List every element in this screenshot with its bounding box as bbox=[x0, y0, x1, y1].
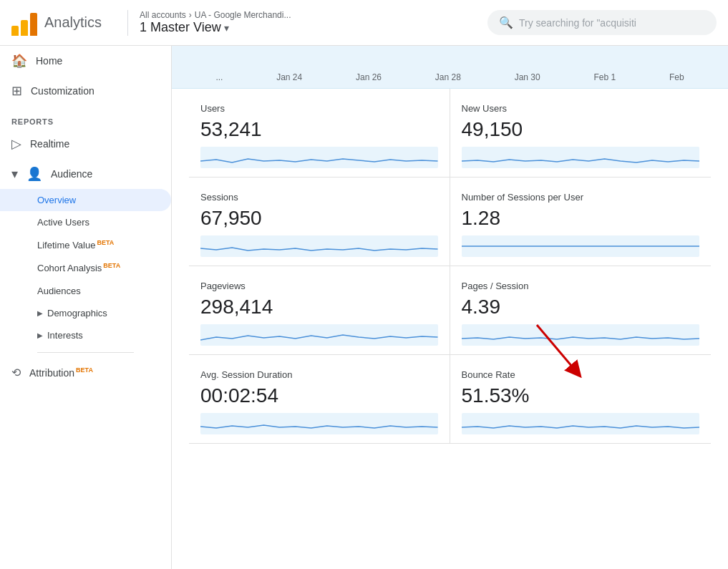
breadcrumb-all-accounts[interactable]: All accounts bbox=[140, 10, 186, 20]
chart-header: ... Jan 24 Jan 26 Jan 28 Jan 30 Feb 1 Fe… bbox=[172, 46, 728, 89]
dropdown-arrow-icon: ▾ bbox=[224, 22, 229, 34]
sidebar-item-audience[interactable]: ▾ 👤 Audience bbox=[0, 159, 171, 189]
app-header: Analytics All accounts › UA - Google Mer… bbox=[0, 0, 728, 46]
interests-expand-icon: ▶ bbox=[37, 331, 43, 339]
attribution-label: AttributionBETA bbox=[29, 366, 93, 379]
demographics-expand-icon: ▶ bbox=[37, 309, 43, 317]
sidebar-divider bbox=[37, 352, 134, 353]
breadcrumb-current[interactable]: UA - Google Merchandi... bbox=[195, 10, 291, 20]
metric-value-new-users: 49,150 bbox=[462, 118, 700, 141]
metric-value-users: 53,241 bbox=[200, 118, 438, 141]
sidebar-item-attribution[interactable]: ⟲ AttributionBETA bbox=[0, 359, 171, 386]
date-label-4: Jan 30 bbox=[515, 72, 540, 82]
date-label-3: Jan 28 bbox=[435, 72, 461, 82]
attribution-beta: BETA bbox=[76, 366, 93, 374]
metric-value-sessions-per-user: 1.28 bbox=[462, 207, 700, 230]
metric-card-sessions-per-user: Number of Sessions per User 1.28 bbox=[450, 177, 712, 266]
sidebar-item-overview[interactable]: Overview bbox=[0, 189, 171, 211]
logo-text: Analytics bbox=[44, 14, 102, 31]
date-label-2: Jan 26 bbox=[356, 72, 382, 82]
mini-chart-users bbox=[200, 147, 438, 168]
metric-label-new-users: New Users bbox=[462, 103, 700, 114]
sidebar: 🏠 Home ⊞ Customization REPORTS ▷ Realtim… bbox=[0, 46, 172, 569]
cohort-analysis-label: Cohort AnalysisBETA bbox=[37, 262, 120, 273]
attribution-icon: ⟲ bbox=[11, 366, 21, 379]
cohort-beta: BETA bbox=[103, 262, 120, 269]
sidebar-item-realtime[interactable]: ▷ Realtime bbox=[0, 129, 171, 159]
metric-card-users: Users 53,241 bbox=[189, 89, 450, 177]
account-nav: All accounts › UA - Google Merchandi... … bbox=[140, 10, 291, 35]
metric-value-pageviews: 298,414 bbox=[200, 296, 438, 318]
active-users-label: Active Users bbox=[37, 217, 89, 228]
mini-chart-pages-per-session bbox=[462, 324, 700, 346]
date-label-5: Feb 1 bbox=[593, 72, 616, 82]
customization-icon: ⊞ bbox=[11, 83, 22, 99]
search-icon: 🔍 bbox=[499, 16, 513, 29]
metric-value-pages-per-session: 4.39 bbox=[462, 296, 700, 318]
search-placeholder-text: Try searching for "acquisiti bbox=[519, 17, 636, 29]
demographics-label: Demographics bbox=[47, 308, 107, 318]
metric-label-sessions: Sessions bbox=[200, 192, 438, 203]
interests-label: Interests bbox=[47, 330, 83, 341]
view-name: 1 Master View bbox=[140, 20, 221, 35]
metric-label-pages-per-session: Pages / Session bbox=[462, 281, 700, 291]
search-bar[interactable]: 🔍 Try searching for "acquisiti bbox=[487, 10, 717, 35]
metrics-grid: Users 53,241 New Users 49,150 bbox=[172, 89, 728, 444]
mini-chart-bounce-rate bbox=[462, 413, 700, 434]
reports-section-label: REPORTS bbox=[0, 106, 171, 129]
breadcrumb[interactable]: All accounts › UA - Google Merchandi... bbox=[140, 10, 291, 20]
metric-value-bounce-rate: 51.53% bbox=[462, 384, 700, 407]
date-label-1: Jan 24 bbox=[276, 72, 302, 82]
mini-chart-sessions-per-user bbox=[462, 235, 700, 257]
metric-card-new-users: New Users 49,150 bbox=[450, 89, 712, 177]
metric-value-sessions: 67,950 bbox=[200, 207, 438, 230]
audience-icon: ▾ bbox=[11, 166, 18, 182]
sidebar-item-audiences[interactable]: Audiences bbox=[0, 280, 171, 302]
date-label-6: Feb bbox=[669, 72, 684, 82]
sidebar-item-home[interactable]: 🏠 Home bbox=[0, 46, 171, 76]
metric-label-sessions-per-user: Number of Sessions per User bbox=[462, 192, 700, 203]
sidebar-realtime-label: Realtime bbox=[30, 138, 69, 150]
logo-icon bbox=[11, 10, 37, 36]
breadcrumb-separator: › bbox=[189, 10, 192, 20]
date-label-0: ... bbox=[215, 72, 223, 82]
mini-chart-sessions bbox=[200, 235, 438, 257]
audiences-label: Audiences bbox=[37, 286, 81, 296]
metric-label-users: Users bbox=[200, 103, 438, 114]
overview-label: Overview bbox=[37, 195, 76, 205]
sidebar-item-lifetime-value[interactable]: Lifetime ValueBETA bbox=[0, 233, 171, 256]
metric-value-avg-session-duration: 00:02:54 bbox=[200, 384, 438, 407]
sidebar-item-interests[interactable]: ▶ Interests bbox=[0, 324, 171, 346]
metric-card-bounce-rate: Bounce Rate 51.53% bbox=[450, 355, 712, 444]
lifetime-value-beta: BETA bbox=[97, 239, 114, 246]
view-selector[interactable]: 1 Master View ▾ bbox=[140, 20, 291, 35]
sidebar-home-label: Home bbox=[36, 55, 62, 67]
sidebar-item-customization[interactable]: ⊞ Customization bbox=[0, 76, 171, 106]
metric-label-bounce-rate: Bounce Rate bbox=[462, 369, 700, 380]
sidebar-audience-label: Audience bbox=[51, 168, 92, 180]
metric-card-pages-per-session: Pages / Session 4.39 bbox=[450, 266, 712, 355]
lifetime-value-label: Lifetime ValueBETA bbox=[37, 239, 114, 251]
metric-card-avg-session-duration: Avg. Session Duration 00:02:54 bbox=[189, 355, 450, 444]
sidebar-item-demographics[interactable]: ▶ Demographics bbox=[0, 302, 171, 324]
mini-chart-pageviews bbox=[200, 324, 438, 346]
app-body: 🏠 Home ⊞ Customization REPORTS ▷ Realtim… bbox=[0, 46, 728, 569]
metric-label-pageviews: Pageviews bbox=[200, 281, 438, 291]
metric-card-sessions: Sessions 67,950 bbox=[189, 177, 450, 266]
sidebar-item-active-users[interactable]: Active Users bbox=[0, 211, 171, 233]
metrics-section: Users 53,241 New Users 49,150 bbox=[172, 89, 728, 444]
sidebar-item-cohort-analysis[interactable]: Cohort AnalysisBETA bbox=[0, 256, 171, 279]
chart-dates: ... Jan 24 Jan 26 Jan 28 Jan 30 Feb 1 Fe… bbox=[189, 72, 711, 82]
mini-chart-new-users bbox=[462, 147, 700, 168]
home-icon: 🏠 bbox=[11, 53, 27, 69]
logo-area: Analytics bbox=[11, 10, 102, 36]
metric-label-avg-session-duration: Avg. Session Duration bbox=[200, 369, 438, 380]
metric-card-pageviews: Pageviews 298,414 bbox=[189, 266, 450, 355]
main-content: ... Jan 24 Jan 26 Jan 28 Jan 30 Feb 1 Fe… bbox=[172, 46, 728, 569]
audience-person-icon: 👤 bbox=[26, 166, 42, 182]
header-divider bbox=[127, 10, 128, 36]
sidebar-customization-label: Customization bbox=[31, 85, 94, 97]
realtime-icon: ▷ bbox=[11, 136, 21, 152]
mini-chart-avg-session-duration bbox=[200, 413, 438, 434]
